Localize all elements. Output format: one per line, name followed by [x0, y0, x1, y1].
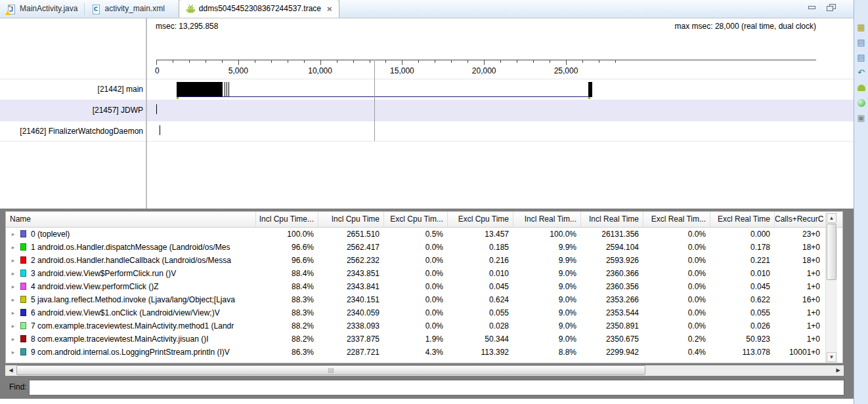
table-row[interactable]: ▸5 java.lang.reflect.Method.invoke (Ljav… — [6, 293, 842, 306]
horizontal-scrollbar[interactable]: ◀ ▶ — [5, 365, 844, 376]
cell-value-4: 9.0% — [513, 333, 580, 346]
expand-arrow-icon[interactable]: ▸ — [6, 280, 20, 293]
expand-arrow-icon[interactable]: ▸ — [6, 241, 20, 254]
undo-arrow-icon[interactable]: ↶ — [856, 68, 867, 78]
thread-row[interactable]: [21457] JDWP — [0, 100, 854, 121]
scrollbar-grip — [329, 368, 334, 373]
cell-value-3: 50.344 — [447, 333, 513, 346]
method-color-cell — [20, 346, 31, 359]
vertical-scrollbar[interactable]: ▲ ▼ — [825, 212, 837, 363]
column-header-calls[interactable]: Calls+RecurC... — [774, 212, 824, 227]
column-header-excl-real-time[interactable]: Excl Real Time — [710, 212, 774, 227]
view-window-buttons — [808, 4, 835, 10]
clipboard-icon[interactable]: ▣ — [856, 113, 867, 123]
minimize-button[interactable] — [808, 4, 816, 10]
ruler-tick — [484, 60, 485, 65]
expand-arrow-icon[interactable]: ▸ — [6, 267, 20, 280]
ruler-tick-label: 15,000 — [390, 66, 414, 75]
cell-value-4: 8.8% — [513, 346, 580, 359]
tab-label: MainActivity.java — [20, 4, 77, 13]
column-header-excl-cpu-pct[interactable]: Excl Cpu Tim... — [383, 212, 447, 227]
expand-arrow-icon[interactable]: ▸ — [6, 254, 20, 267]
file-icon[interactable]: ▤ — [856, 37, 867, 48]
find-input[interactable] — [29, 380, 844, 395]
expand-arrow-icon[interactable]: ▸ — [6, 346, 20, 359]
expand-arrow-icon[interactable]: ▸ — [6, 306, 20, 319]
column-header-excl-real-pct[interactable]: Excl Real Tim... — [643, 212, 710, 227]
table-row[interactable]: ▸7 com.example.traceviewtest.MainActivit… — [6, 319, 842, 333]
table-row[interactable]: ▸3 android.view.View$PerformClick.run ()… — [6, 267, 842, 280]
java-file-icon: J — [7, 5, 16, 14]
ruler-tick — [435, 60, 435, 63]
column-header-incl-real-time[interactable]: Incl Real Time — [580, 212, 643, 227]
tab-mainactivity-java[interactable]: J MainActivity.java — [0, 1, 84, 18]
tab-activity-main-xml[interactable]: activity_main.xml — [85, 1, 171, 18]
cell-value-5: 2299.942 — [580, 346, 643, 359]
cell-value-8: 18+0 — [774, 254, 824, 267]
cell-value-2: 0.5% — [383, 228, 447, 241]
ruler-tick — [582, 60, 583, 63]
ruler-tick — [320, 60, 321, 65]
cell-value-0: 100.0% — [255, 228, 318, 241]
table-row[interactable]: ▸6 android.view.View$1.onClick (Landroid… — [6, 306, 842, 319]
cell-value-1: 2562.232 — [318, 254, 383, 267]
method-color-cell — [20, 254, 31, 267]
expand-arrow-icon[interactable]: ▸ — [6, 319, 20, 333]
thread-label: [21462] FinalizerWatchdogDaemon — [0, 121, 143, 141]
table-row[interactable]: ▸9 com.android.internal.os.LoggingPrintS… — [6, 346, 842, 359]
palette-icon[interactable]: ▦ — [856, 22, 867, 33]
method-color-cell — [20, 293, 31, 306]
scroll-down-icon[interactable]: ▼ — [827, 352, 836, 362]
table-row[interactable]: ▸1 android.os.Handler.dispatchMessage (L… — [6, 241, 842, 254]
cell-value-8: 1+0 — [774, 333, 824, 346]
ruler-tick-label: 10,000 — [308, 66, 332, 75]
ruler-tick-label: 25,000 — [554, 66, 578, 75]
method-color-chip — [20, 296, 26, 303]
timeline-panel[interactable]: msec: 13,295.858 max msec: 28,000 (real … — [0, 18, 854, 209]
thread-activity-block — [588, 82, 592, 97]
android-robot-icon[interactable] — [856, 83, 867, 93]
table-row[interactable]: ▸4 android.view.View.performClick ()Z88.… — [6, 280, 842, 293]
vertical-scrollbar-thumb[interactable] — [827, 224, 836, 280]
cell-value-7: 0.622 — [710, 293, 774, 306]
label-timeline-divider[interactable] — [146, 18, 147, 209]
close-tab-icon[interactable]: ❌︎ — [327, 5, 332, 13]
ruler-tick — [599, 60, 599, 63]
cell-value-4: 9.0% — [513, 319, 580, 333]
cell-value-8: 1+0 — [774, 280, 824, 293]
thread-activity-accent — [177, 97, 179, 99]
table-row[interactable]: ▸0 (toplevel)100.0%2651.5100.5%13.457100… — [6, 228, 842, 241]
cell-value-5: 2350.675 — [580, 333, 643, 346]
ruler-tick — [353, 60, 354, 63]
ruler-tick — [271, 60, 272, 63]
column-header-incl-cpu-time[interactable]: Incl Cpu Time — [318, 212, 383, 227]
expand-arrow-icon[interactable]: ▸ — [6, 293, 20, 306]
cell-value-3: 113.392 — [447, 346, 513, 359]
horizontal-scrollbar-thumb[interactable] — [16, 365, 645, 375]
globe-icon[interactable] — [856, 98, 867, 108]
method-name: 6 android.view.View$1.onClick (Landroid/… — [31, 306, 255, 319]
cell-value-5: 2353.544 — [580, 306, 643, 319]
column-header-excl-cpu-time[interactable]: Excl Cpu Time — [447, 212, 513, 227]
scroll-right-icon[interactable]: ▶ — [833, 366, 843, 375]
expand-arrow-icon[interactable]: ▸ — [6, 228, 20, 241]
column-header-incl-real-pct[interactable]: Incl Real Tim... — [513, 212, 580, 227]
expand-arrow-icon[interactable]: ▸ — [6, 333, 20, 346]
ruler-tick — [288, 60, 288, 63]
scroll-left-icon[interactable]: ◀ — [6, 366, 16, 375]
thread-row[interactable]: [21442] main — [0, 79, 854, 100]
cell-value-7: 0.026 — [710, 319, 774, 333]
table-row[interactable]: ▸8 com.example.traceviewtest.MainActivit… — [6, 333, 842, 346]
cell-value-6: 0.0% — [643, 306, 710, 319]
column-header-name[interactable]: Name — [6, 212, 255, 227]
thread-row[interactable]: [21462] FinalizerWatchdogDaemon — [0, 121, 854, 142]
scroll-up-icon[interactable]: ▲ — [827, 213, 836, 223]
column-header-incl-cpu-pct[interactable]: Incl Cpu Time... — [255, 212, 318, 227]
restore-button[interactable] — [827, 4, 835, 10]
cell-value-1: 2340.059 — [318, 306, 383, 319]
tab-ddms-trace[interactable]: ddms5045452308367244537.trace ❌︎ — [179, 0, 339, 18]
file2-icon[interactable]: ▤ — [856, 52, 867, 63]
table-row[interactable]: ▸2 android.os.Handler.handleCallback (La… — [6, 254, 842, 267]
cell-value-7: 0.221 — [710, 254, 774, 267]
method-color-cell — [20, 228, 31, 241]
